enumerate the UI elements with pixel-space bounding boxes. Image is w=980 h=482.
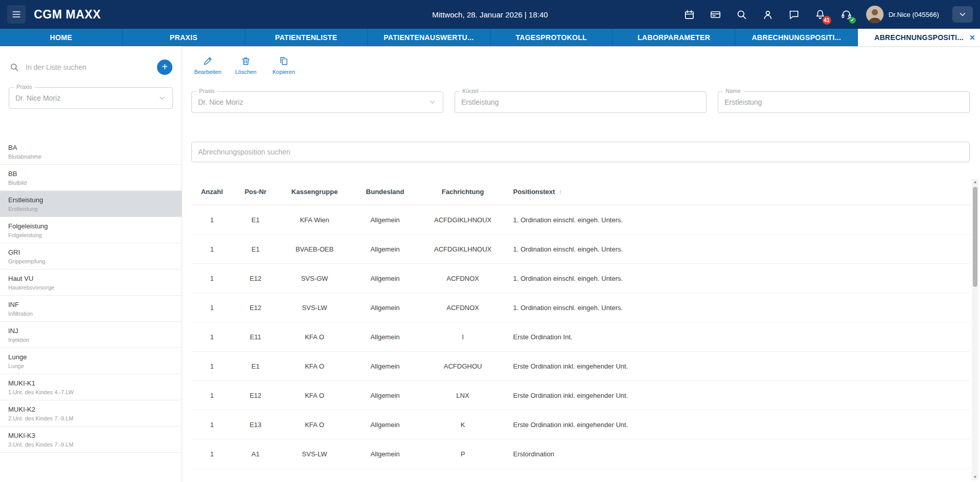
list-item-title: Haut VU: [8, 275, 173, 282]
nav-tab[interactable]: PATIENTENLISTE: [245, 29, 368, 46]
nav-tab[interactable]: ABRECHNUNGSPOSITI...: [735, 29, 858, 46]
table-row[interactable]: 1 E12 SVS-LW Allgemein ACFDNOX 1. Ordina…: [191, 293, 970, 322]
close-tab-icon[interactable]: ✕: [969, 33, 975, 42]
delete-button[interactable]: Löschen: [229, 53, 262, 78]
list-item[interactable]: MUKI-K3 3.Unt. des Kindes 7.-9.LM: [0, 427, 182, 453]
sidebar: + Praxis Dr. Nice Moriz BA Blutabnahme B…: [0, 46, 182, 482]
chevron-down-icon: [158, 94, 166, 102]
col-header-fachrichtung[interactable]: Fachrichtung: [420, 188, 506, 196]
cell-pos-nr: E1: [232, 216, 279, 224]
scroll-down-icon[interactable]: ▼: [972, 474, 978, 480]
add-button[interactable]: +: [157, 60, 172, 75]
col-header-kassengruppe[interactable]: Kassengruppe: [279, 188, 350, 196]
table-row[interactable]: 1 E12 SVS-GW Allgemein ACFDNOX 1. Ordina…: [191, 264, 970, 293]
list-item-subtitle: Folgeleistung: [8, 232, 173, 238]
cell-positionstext: Erste Ordination inkl. eingehender Unt.: [506, 362, 970, 370]
list-item[interactable]: INF Infiltration: [0, 296, 182, 322]
cell-positionstext: 1. Ordination einschl. eingeh. Unters.: [506, 245, 970, 253]
table-row[interactable]: 1 E12 KFA O Allgemein LNX Erste Ordinati…: [191, 381, 970, 410]
table-row[interactable]: 1 E1 BVAEB-OEB Allgemein ACFDGIKLHNOUX 1…: [191, 235, 970, 264]
praxis-label: Praxis: [14, 84, 35, 90]
table-row[interactable]: 1 E11 KFA O Allgemein I Erste Ordination…: [191, 322, 970, 352]
nav-tab-label: LABORPARAMETER: [638, 33, 711, 42]
list-item[interactable]: BA Blutabnahme: [0, 139, 182, 165]
main-content: Bearbeiten Löschen Kopieren Praxis Dr. N…: [182, 46, 980, 482]
cell-anzahl: 1: [191, 333, 232, 341]
list-item[interactable]: GRI Grippeimpfung: [0, 243, 182, 269]
cell-kassengruppe: SVS-GW: [279, 275, 350, 282]
kuerzel-field-label: Kürzel: [460, 88, 481, 94]
list-item[interactable]: Lunge Lunge: [0, 348, 182, 374]
edit-button[interactable]: Bearbeiten: [191, 53, 224, 78]
cell-pos-nr: E13: [232, 421, 279, 429]
col-header-anzahl[interactable]: Anzahl: [191, 188, 232, 196]
nav-tab[interactable]: LABORPARAMETER: [613, 29, 735, 46]
nav-tab[interactable]: TAGESPROTOKOLL: [491, 29, 613, 46]
list-item[interactable]: BB Blutbild: [0, 165, 182, 191]
scroll-up-icon[interactable]: ▲: [972, 179, 978, 185]
list-item-subtitle: Erstleistung: [8, 206, 173, 212]
table-row[interactable]: 1 E1 KFA O Allgemein ACFDGHOU Erste Ordi…: [191, 352, 970, 381]
kuerzel-input[interactable]: [461, 98, 700, 106]
cell-fachrichtung: ACFDGHOU: [420, 362, 506, 370]
nav-tab[interactable]: PRAXIS: [123, 29, 245, 46]
scrollbar-thumb[interactable]: [973, 187, 977, 287]
list-item-title: INF: [8, 301, 173, 309]
cell-pos-nr: E12: [232, 392, 279, 399]
table-row[interactable]: 1 E1 KFA Wien Allgemein ACFDGIKLHNOUX 1.…: [191, 205, 970, 235]
table-scrollbar[interactable]: ▲ ▼: [972, 179, 978, 480]
hamburger-menu-icon[interactable]: [7, 5, 26, 24]
nav-tab[interactable]: HOME: [0, 29, 123, 46]
cell-positionstext: 1. Ordination einschl. eingeh. Unters.: [506, 304, 970, 312]
list-item[interactable]: INJ Injektion: [0, 322, 182, 348]
abrechnungsposition-list: BA Blutabnahme BB Blutbild Erstleistung …: [0, 139, 182, 453]
card-reader-icon[interactable]: [709, 8, 722, 21]
calendar-icon[interactable]: [683, 8, 696, 21]
name-input[interactable]: [724, 98, 963, 106]
positions-table: Anzahl Pos-Nr Kassengruppe Bundesland Fa…: [191, 179, 970, 469]
col-header-bundesland[interactable]: Bundesland: [350, 188, 420, 196]
copy-button-label: Kopieren: [272, 69, 295, 75]
list-item[interactable]: MUKI-K1 1.Unt. des Kindes 4.-7.LW: [0, 374, 182, 400]
sidebar-praxis-select[interactable]: Praxis Dr. Nice Moriz: [9, 87, 173, 109]
list-item-title: BB: [8, 170, 173, 178]
cell-positionstext: Erstordination: [506, 450, 970, 458]
cell-positionstext: Erste Ordination Int.: [506, 333, 970, 341]
list-item-subtitle: Blutabnahme: [8, 153, 173, 160]
position-search-input[interactable]: [198, 148, 963, 156]
cell-bundesland: Allgemein: [350, 392, 420, 399]
support-headset-icon[interactable]: ✓: [840, 8, 853, 21]
search-icon[interactable]: [735, 8, 748, 21]
user-menu[interactable]: Dr.Nice (045566): [866, 6, 939, 23]
table-row[interactable]: 1 E13 KFA O Allgemein K Erste Ordination…: [191, 410, 970, 439]
col-header-positionstext[interactable]: Positionstext ↑: [506, 188, 970, 196]
topbar-chevron-down-icon[interactable]: [952, 6, 973, 23]
nav-tab-active[interactable]: ABRECHNUNGSPOSITI... ✕: [858, 29, 980, 46]
cell-kassengruppe: KFA O: [279, 421, 350, 429]
praxis-select[interactable]: Praxis Dr. Nice Moriz: [191, 91, 443, 113]
chat-icon[interactable]: [788, 8, 800, 21]
sidebar-search-input[interactable]: [26, 63, 151, 71]
nav-tab[interactable]: PATIENTENAUSWERTU...: [368, 29, 491, 46]
position-search-field[interactable]: [191, 142, 970, 162]
nav-tab-label: PATIENTENLISTE: [275, 33, 337, 42]
cell-bundesland: Allgemein: [350, 362, 420, 370]
cell-fachrichtung: ACFDNOX: [420, 275, 506, 282]
copy-button[interactable]: Kopieren: [267, 53, 300, 78]
table-row[interactable]: 1 A1 SVS-LW Allgemein P Erstordination: [191, 439, 970, 469]
col-header-pos-nr[interactable]: Pos-Nr: [232, 188, 279, 196]
cell-kassengruppe: BVAEB-OEB: [279, 245, 350, 253]
toolbar: Bearbeiten Löschen Kopieren: [191, 53, 970, 78]
kuerzel-field[interactable]: Kürzel: [455, 91, 707, 113]
cell-fachrichtung: ACFDNOX: [420, 304, 506, 312]
list-item[interactable]: Folgeleistung Folgeleistung: [0, 217, 182, 243]
list-item[interactable]: Erstleistung Erstleistung: [0, 191, 182, 217]
cell-bundesland: Allgemein: [350, 421, 420, 429]
name-field[interactable]: Name: [718, 91, 970, 113]
cell-bundesland: Allgemein: [350, 245, 420, 253]
list-item[interactable]: MUKI-K2 2.Unt. des Kindes 7.-9.LM: [0, 400, 182, 427]
notifications-bell-icon[interactable]: 41: [814, 8, 827, 21]
list-item[interactable]: Haut VU Haukrebsvorsorge: [0, 269, 182, 296]
patient-icon[interactable]: [761, 8, 774, 21]
cell-kassengruppe: SVS-LW: [279, 304, 350, 312]
